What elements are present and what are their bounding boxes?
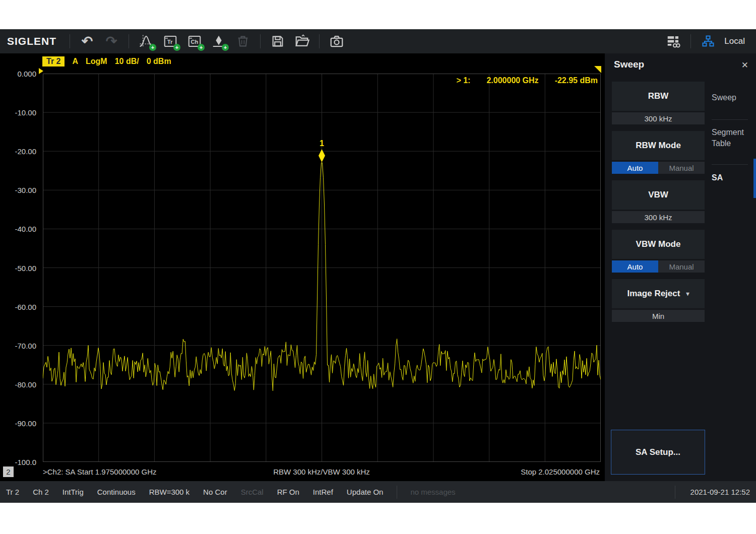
add-channel-button[interactable]: Ch + xyxy=(184,32,205,51)
vbw-mode-control: VBW Mode Auto Manual xyxy=(612,230,705,273)
rbw-mode-button[interactable]: RBW Mode xyxy=(612,131,705,160)
vbw-mode-button[interactable]: VBW Mode xyxy=(612,230,705,259)
status-srccal[interactable]: SrcCal xyxy=(241,488,264,496)
window-layout-button[interactable] xyxy=(663,32,684,51)
redo-button[interactable]: ↷ xyxy=(101,32,122,51)
undo-icon: ↶ xyxy=(82,35,93,48)
add-math-function-button[interactable]: + xyxy=(136,32,157,51)
vbw-mode-label: VBW Mode xyxy=(636,239,681,249)
image-reject-dropdown[interactable]: Image Reject ▾ xyxy=(612,279,705,308)
undo-button[interactable]: ↶ xyxy=(77,32,98,51)
trace-format-label: LogM xyxy=(86,57,107,66)
tab-divider xyxy=(712,164,748,165)
marker-readout-id: > 1: xyxy=(456,76,470,85)
trace-badge[interactable]: Tr 2 xyxy=(42,56,65,66)
app-window: SIGLENT ↶ ↷ + Tr xyxy=(0,29,756,503)
marker-id-label: 1 xyxy=(320,139,324,148)
network-button[interactable] xyxy=(698,32,719,51)
local-mode-label[interactable]: Local xyxy=(724,36,745,46)
marker-readout-frequency: 2.000000 GHz xyxy=(486,76,538,85)
toolbar-separator xyxy=(70,34,70,48)
rbw-mode-toggle: Auto Manual xyxy=(612,162,705,174)
y-tick-label: -20.00 xyxy=(15,147,36,156)
spectrum-plot[interactable]: 1 > 1: 2.000000 GHz -22.95 dBm xyxy=(43,74,601,462)
y-tick-label: -100.0 xyxy=(15,458,36,466)
sweep-panel: Sweep ✕ RBW 300 kHz RBW Mode Auto Manual xyxy=(605,53,756,481)
status-separator xyxy=(675,486,675,499)
status-message: no messages xyxy=(410,488,455,496)
vbw-control: VBW 300 kHz xyxy=(612,180,705,223)
close-icon[interactable]: ✕ xyxy=(741,60,748,71)
rbw-control: RBW 300 kHz xyxy=(612,82,705,124)
tab-sweep[interactable]: Sweep xyxy=(712,93,736,102)
window-layout-icon xyxy=(666,34,681,49)
toolbar: SIGLENT ↶ ↷ + Tr xyxy=(0,29,756,53)
rbw-value[interactable]: 300 kHz xyxy=(612,112,705,124)
status-reference[interactable]: IntRef xyxy=(313,488,333,496)
trace-measurement-label: A xyxy=(72,57,78,66)
tab-sa[interactable]: SA xyxy=(712,173,723,182)
status-timestamp: 2021-09-21 12:52 xyxy=(690,488,750,496)
vbw-mode-manual-option[interactable]: Manual xyxy=(658,260,705,273)
save-icon xyxy=(271,34,285,48)
toolbar-right-group: Local xyxy=(661,32,749,51)
toolbar-separator xyxy=(319,34,320,48)
status-channel[interactable]: Ch 2 xyxy=(33,488,49,496)
y-tick-label: -80.00 xyxy=(15,380,36,388)
tab-segment-table[interactable]: Segment Table xyxy=(712,127,751,149)
start-frequency-label[interactable]: >Ch2: SA Start 1.975000000 GHz xyxy=(43,468,157,476)
image-reject-label: Image Reject xyxy=(627,289,680,299)
image-reject-control: Image Reject ▾ Min xyxy=(612,279,705,322)
vbw-mode-auto-option[interactable]: Auto xyxy=(612,260,658,273)
vbw-mode-toggle: Auto Manual xyxy=(612,260,705,273)
stop-frequency-label[interactable]: Stop 2.025000000 GHz xyxy=(521,468,600,476)
add-marker-button[interactable]: + xyxy=(208,32,229,51)
toolbar-separator xyxy=(690,34,691,48)
status-trace[interactable]: Tr 2 xyxy=(6,488,19,496)
status-rbw[interactable]: RBW=300 k xyxy=(149,488,190,496)
plus-badge-icon: + xyxy=(173,44,180,51)
vbw-button[interactable]: VBW xyxy=(612,180,705,210)
status-update[interactable]: Update On xyxy=(347,488,384,496)
rbw-mode-label: RBW Mode xyxy=(636,141,681,151)
rbw-mode-manual-option[interactable]: Manual xyxy=(658,162,705,174)
marker-readout-amplitude: -22.95 dBm xyxy=(555,76,598,85)
camera-icon xyxy=(329,34,344,49)
channel-badge[interactable]: 2 xyxy=(3,466,14,477)
y-tick-label: -40.00 xyxy=(15,225,36,233)
y-tick-label: -50.00 xyxy=(15,263,36,272)
rbw-vbw-label[interactable]: RBW 300 kHz/VBW 300 kHz xyxy=(273,468,370,476)
vbw-label: VBW xyxy=(648,190,668,200)
vbw-value[interactable]: 300 kHz xyxy=(612,211,705,223)
y-tick-label: -60.00 xyxy=(15,302,36,311)
redo-icon: ↷ xyxy=(106,35,117,48)
screenshot-button[interactable] xyxy=(326,32,347,51)
status-correction[interactable]: No Cor xyxy=(203,488,227,496)
y-tick-label: -30.00 xyxy=(15,186,36,194)
image-reject-value[interactable]: Min xyxy=(612,310,705,322)
sa-setup-button[interactable]: SA Setup... xyxy=(611,430,705,475)
y-tick-label: 0.000 xyxy=(17,70,36,78)
rbw-button[interactable]: RBW xyxy=(612,82,705,111)
status-separator xyxy=(397,486,397,499)
folder-icon xyxy=(294,34,309,49)
rbw-label: RBW xyxy=(648,91,669,101)
add-trace-button[interactable]: Tr + xyxy=(160,32,181,51)
panel-tabs: Sweep Segment Table SA xyxy=(709,92,753,208)
status-sweep-mode[interactable]: Continuous xyxy=(97,488,136,496)
toolbar-separator xyxy=(260,34,261,48)
y-tick-label: -10.00 xyxy=(15,108,36,117)
tab-divider xyxy=(712,119,748,120)
marker-readout: > 1: 2.000000 GHz -22.95 dBm xyxy=(456,76,598,85)
delete-button[interactable] xyxy=(232,32,254,51)
trace-ref-level-label: 0 dBm xyxy=(147,57,171,66)
plus-badge-icon: + xyxy=(198,44,205,51)
status-rf[interactable]: RF On xyxy=(277,488,299,496)
status-trigger[interactable]: IntTrig xyxy=(62,488,84,496)
open-file-button[interactable] xyxy=(291,32,312,51)
save-button[interactable] xyxy=(267,32,288,51)
trash-icon xyxy=(236,34,250,48)
trace-scale-label: 10 dB/ xyxy=(115,57,139,66)
sweep-controls: RBW 300 kHz RBW Mode Auto Manual VBW 300… xyxy=(612,82,705,328)
rbw-mode-auto-option[interactable]: Auto xyxy=(612,162,658,174)
